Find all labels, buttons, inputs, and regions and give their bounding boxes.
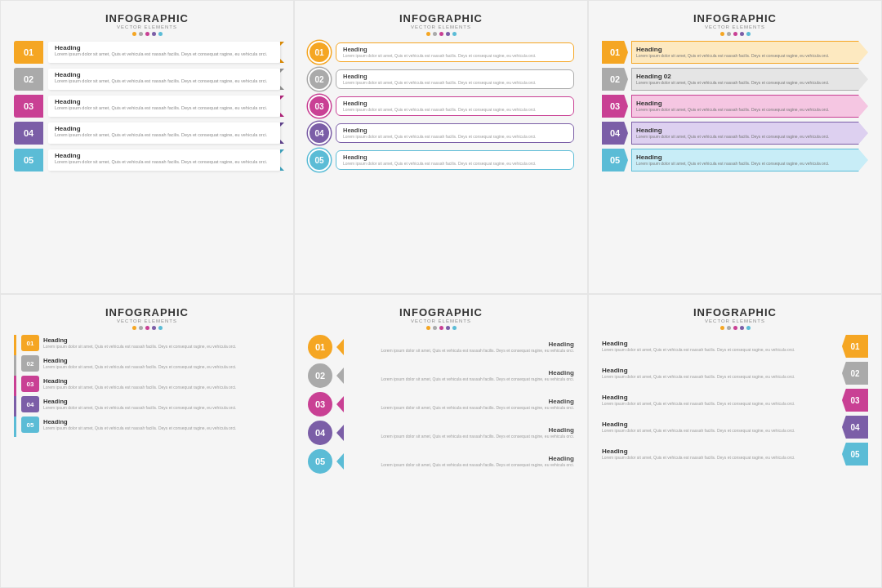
number-badge: 05 <box>602 149 628 172</box>
item-heading: Heading <box>636 100 830 107</box>
item-heading: Heading <box>43 377 237 385</box>
color-dots <box>602 326 868 330</box>
arrow-body: HeadingLorem ipsum dolor sit amet, Quis … <box>631 41 868 64</box>
number-circle: 03 <box>308 95 331 118</box>
list-item: 03HeadingLorem ipsum dolor sit amet, Qui… <box>21 376 280 392</box>
list-item: 03HeadingLorem ipsum dolor sit amet, Qui… <box>308 392 574 416</box>
panel-p6: INFOGRAPHICVECTOR ELEMENTSHeadingLorem i… <box>588 294 882 588</box>
items-wrap: 01HeadingLorem ipsum dolor sit amet, Qui… <box>14 335 280 437</box>
item-text: Lorem ipsum dolor sit amet, Quis et vehi… <box>343 161 567 167</box>
list-item: HeadingLorem ipsum dolor sit amet, Quis … <box>602 362 868 385</box>
list-item: 05HeadingLorem ipsum dolor sit amet, Qui… <box>308 149 574 172</box>
ribbon-fold-top <box>280 149 284 154</box>
item-heading: Heading <box>43 357 237 364</box>
panel-title-block: INFOGRAPHICVECTOR ELEMENTS <box>602 12 868 29</box>
ribbon-fold-bottom <box>280 167 284 171</box>
item-text: Lorem ipsum dolor sit amet, Quis et vehi… <box>43 385 237 390</box>
list-item: 01HeadingLorem ipsum dolor sit amet, Qui… <box>21 335 280 351</box>
item-text: Lorem ipsum dolor sit amet, Quis et vehi… <box>636 80 830 86</box>
infographic-title: INFOGRAPHIC <box>602 12 868 24</box>
list-item: 02Heading 02Lorem ipsum dolor sit amet, … <box>602 68 868 91</box>
number-tab: 01 <box>21 335 39 351</box>
infographic-title: INFOGRAPHIC <box>14 306 280 318</box>
color-dot <box>746 32 751 36</box>
item-text: Lorem ipsum dolor sit amet, Quis et vehi… <box>55 105 269 112</box>
number-badge: 02 <box>14 68 43 91</box>
color-dots <box>14 326 280 330</box>
panel-title-block: INFOGRAPHICVECTOR ELEMENTS <box>14 306 280 323</box>
infographic-subtitle: VECTOR ELEMENTS <box>14 318 280 323</box>
infographic-title: INFOGRAPHIC <box>308 12 574 24</box>
arrow-pointer <box>336 425 344 441</box>
ribbon-body: HeadingLorem ipsum dolor sit amet, Quis … <box>48 122 280 144</box>
list-item: 05HeadingLorem ipsum dolor sit amet, Qui… <box>21 416 280 433</box>
item-text: Lorem ipsum dolor sit amet, Quis et vehi… <box>348 462 574 468</box>
ribbon-fold-top <box>280 96 284 100</box>
item-content: HeadingLorem ipsum dolor sit amet, Quis … <box>348 341 574 354</box>
color-dot <box>740 326 744 330</box>
list-item: 05HeadingLorem ipsum dolor sit amet, Qui… <box>602 149 868 172</box>
item-content: HeadingLorem ipsum dolor sit amet, Quis … <box>602 421 837 434</box>
arrow-body: Heading 02Lorem ipsum dolor sit amet, Qu… <box>631 68 868 91</box>
ribbon-fold-top <box>280 122 284 127</box>
item-heading: Heading <box>636 154 830 161</box>
panel-p5: INFOGRAPHICVECTOR ELEMENTS01HeadingLorem… <box>294 294 588 588</box>
color-dot <box>727 326 731 330</box>
color-dot <box>733 32 737 36</box>
color-dot <box>426 32 430 36</box>
item-heading: Heading <box>348 455 574 462</box>
number-badge: 03 <box>842 389 868 412</box>
item-heading: Heading <box>55 71 269 78</box>
item-heading: Heading <box>636 46 830 53</box>
ribbon-wrap: HeadingLorem ipsum dolor sit amet, Quis … <box>48 69 280 90</box>
color-dots <box>308 32 574 36</box>
infographic-title: INFOGRAPHIC <box>602 306 868 318</box>
color-dot <box>426 326 430 330</box>
item-heading: Heading <box>343 73 567 80</box>
color-dots <box>602 32 868 36</box>
number-badge: 02 <box>602 68 628 91</box>
list-item: 03HeadingLorem ipsum dolor sit amet, Qui… <box>308 95 574 118</box>
infographic-title: INFOGRAPHIC <box>14 12 280 24</box>
item-text: Lorem ipsum dolor sit amet, Quis et vehi… <box>348 348 574 354</box>
item-text: Lorem ipsum dolor sit amet, Quis et vehi… <box>602 428 837 434</box>
color-dot <box>139 32 143 36</box>
number-circle: 05 <box>308 449 332 474</box>
number-tab: 03 <box>21 376 39 392</box>
item-heading: Heading <box>55 125 269 132</box>
list-item: 01HeadingLorem ipsum dolor sit amet, Qui… <box>14 41 280 64</box>
item-content: HeadingLorem ipsum dolor sit amet, Quis … <box>43 336 237 350</box>
item-heading: Heading <box>602 421 837 428</box>
item-content: HeadingLorem ipsum dolor sit amet, Quis … <box>43 398 237 411</box>
item-text: Lorem ipsum dolor sit amet, Quis et vehi… <box>43 364 237 370</box>
vertical-line <box>14 335 16 437</box>
color-dot <box>727 32 731 36</box>
color-dot <box>433 326 437 330</box>
list-item: 03HeadingLorem ipsum dolor sit amet, Qui… <box>14 95 280 118</box>
infographic-title: INFOGRAPHIC <box>308 306 574 318</box>
item-heading: Heading <box>43 336 237 344</box>
arrow-body: HeadingLorem ipsum dolor sit amet, Quis … <box>631 95 868 118</box>
box-body: HeadingLorem ipsum dolor sit amet, Quis … <box>336 96 574 116</box>
list-item: HeadingLorem ipsum dolor sit amet, Quis … <box>602 335 868 358</box>
item-text: Lorem ipsum dolor sit amet, Quis et vehi… <box>602 401 837 407</box>
color-dot <box>740 32 744 36</box>
panel-p2: INFOGRAPHICVECTOR ELEMENTS01HeadingLorem… <box>294 0 588 294</box>
item-text: Lorem ipsum dolor sit amet, Quis et vehi… <box>55 51 269 58</box>
list-item: HeadingLorem ipsum dolor sit amet, Quis … <box>602 443 868 466</box>
item-heading: Heading <box>602 367 837 374</box>
item-heading: Heading <box>602 394 837 401</box>
item-text: Lorem ipsum dolor sit amet, Quis et vehi… <box>55 159 269 166</box>
item-heading: Heading <box>43 418 237 425</box>
item-text: Lorem ipsum dolor sit amet, Quis et vehi… <box>343 107 567 113</box>
list-item: 04HeadingLorem ipsum dolor sit amet, Qui… <box>14 122 280 145</box>
number-badge: 01 <box>602 41 628 64</box>
item-content: HeadingLorem ipsum dolor sit amet, Quis … <box>43 377 237 390</box>
number-tab: 04 <box>21 396 39 412</box>
box-body: HeadingLorem ipsum dolor sit amet, Quis … <box>336 69 574 89</box>
ribbon-wrap: HeadingLorem ipsum dolor sit amet, Quis … <box>48 96 280 117</box>
item-content: HeadingLorem ipsum dolor sit amet, Quis … <box>602 340 837 353</box>
item-content: HeadingLorem ipsum dolor sit amet, Quis … <box>43 418 237 431</box>
color-dot <box>145 326 149 330</box>
item-content: HeadingLorem ipsum dolor sit amet, Quis … <box>348 455 574 468</box>
